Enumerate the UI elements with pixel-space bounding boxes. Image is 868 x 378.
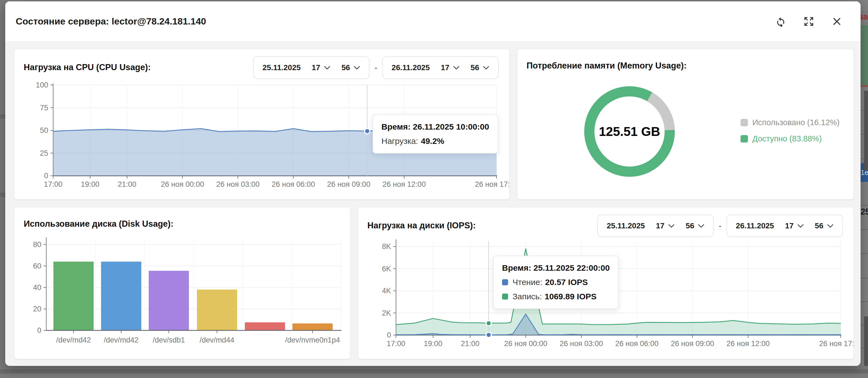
iops-date-to-value[interactable]: 26.11.2025 <box>736 221 774 230</box>
legend-item-used[interactable]: Использовано (16.12%) <box>741 118 840 127</box>
tooltip-read-row: Чтение: 20.57 IOPS <box>502 278 610 287</box>
backdrop-text-fragment: 25 <box>861 207 868 217</box>
bar <box>149 271 189 331</box>
iops-date-from-box: 25.11.2025 17 56 <box>597 215 714 237</box>
iops-minute-from-select[interactable]: 56 <box>686 221 705 230</box>
tooltip-time: Время: 25.11.2025 22:00:00 <box>502 263 610 273</box>
backdrop-text-fragment: за <box>861 11 868 22</box>
crosshair-marker <box>365 129 370 134</box>
modal-header: Состояние сервера: lector@78.24.181.140 <box>5 1 861 41</box>
svg-text:26 ноя 06:00: 26 ноя 06:00 <box>615 340 658 348</box>
cpu-minute-from-select[interactable]: 56 <box>341 63 360 72</box>
legend-swatch-used <box>741 119 748 126</box>
close-button[interactable] <box>831 15 843 28</box>
disk-chart-canvas[interactable]: 020406080/dev/md42/dev/md42/dev/sdb1/dev… <box>14 234 350 356</box>
bar <box>54 262 94 331</box>
svg-text:26 ноя 06:00: 26 ноя 06:00 <box>272 180 315 188</box>
crosshair-marker <box>486 320 491 326</box>
cpu-date-from-value[interactable]: 25.11.2025 <box>262 63 301 72</box>
cpu-usage-card: Нагрузка на CPU (CPU Usage): 25.11.2025 … <box>14 49 509 200</box>
svg-text:26 ноя 12:00: 26 ноя 12:00 <box>382 180 426 188</box>
svg-text:80: 80 <box>33 240 41 249</box>
svg-text:100: 100 <box>36 81 48 89</box>
svg-text:/dev/md44: /dev/md44 <box>200 336 234 344</box>
svg-text:75: 75 <box>40 104 48 112</box>
iops-date-from-value[interactable]: 25.11.2025 <box>607 221 645 230</box>
date-range-separator: - <box>374 63 377 72</box>
svg-text:0: 0 <box>44 172 48 180</box>
tooltip-read-value: 20.57 IOPS <box>545 278 588 287</box>
iops-card: Нагрузка на диски (IOPS): 25.11.2025 17 … <box>358 207 854 359</box>
memory-card-title: Потребление памяти (Memory Usage): <box>527 61 686 71</box>
backdrop-left <box>0 0 5 378</box>
read-series-swatch <box>502 279 508 285</box>
tooltip-read-label: Чтение: <box>513 278 542 287</box>
tooltip-value-label: Нагрузка: <box>381 136 418 146</box>
cpu-minute-to-value: 56 <box>471 63 479 72</box>
backdrop-row-divider <box>0 193 5 197</box>
svg-text:4K: 4K <box>382 287 391 295</box>
svg-text:19:00: 19:00 <box>424 340 442 348</box>
date-range-separator: - <box>719 221 721 231</box>
tooltip-write-value: 1069.89 IOPS <box>545 292 596 301</box>
backdrop-scrollbar <box>864 91 868 171</box>
cpu-hour-to-select[interactable]: 17 <box>441 63 460 72</box>
refresh-button[interactable] <box>775 15 787 28</box>
cpu-date-to-value[interactable]: 26.11.2025 <box>392 63 430 72</box>
legend-label-available: Доступно (83.88%) <box>752 134 822 143</box>
close-icon <box>831 16 842 27</box>
iops-hour-to-select[interactable]: 17 <box>785 221 804 230</box>
svg-text:/dev/md42: /dev/md42 <box>104 336 138 344</box>
svg-text:40: 40 <box>33 283 41 291</box>
svg-text:21:00: 21:00 <box>461 340 479 348</box>
iops-hour-from-value: 17 <box>656 221 664 230</box>
iops-minute-from-value: 56 <box>686 221 694 230</box>
svg-text:26 ноя 09:00: 26 ноя 09:00 <box>327 180 370 188</box>
cpu-date-from-box: 25.11.2025 17 56 <box>253 57 370 79</box>
fullscreen-button[interactable] <box>803 15 815 28</box>
modal-title: Состояние сервера: lector@78.24.181.140 <box>16 1 206 41</box>
server-status-modal: Состояние сервера: lector@78.24.181.140 <box>5 1 861 366</box>
bar <box>292 323 333 331</box>
svg-text:26 ноя 00:00: 26 ноя 00:00 <box>161 180 204 188</box>
svg-text:26 ноя 17:00: 26 ноя 17:00 <box>475 180 509 188</box>
iops-date-range-picker: 25.11.2025 17 56 - 26.11.2025 17 56 <box>597 215 843 237</box>
cpu-date-range-picker: 25.11.2025 17 56 - 26.11.2025 17 56 <box>253 57 499 79</box>
memory-total-label: 125.51 GB <box>572 74 687 189</box>
refresh-icon <box>775 16 786 27</box>
svg-text:2K: 2K <box>382 309 391 317</box>
chevron-down-icon <box>483 66 489 70</box>
svg-text:17:00: 17:00 <box>386 340 405 348</box>
svg-text:0: 0 <box>37 326 41 335</box>
backdrop-right: за 1е 25 <box>861 0 868 378</box>
svg-text:/dev/md42: /dev/md42 <box>56 336 91 344</box>
svg-text:17:00: 17:00 <box>44 180 63 188</box>
svg-text:60: 60 <box>33 262 41 270</box>
iops-hour-from-select[interactable]: 17 <box>656 221 675 230</box>
legend-item-available[interactable]: Доступно (83.88%) <box>741 134 840 143</box>
chevron-down-icon <box>827 224 834 228</box>
svg-text:21:00: 21:00 <box>118 180 136 188</box>
svg-text:50: 50 <box>40 126 48 135</box>
cpu-minute-to-select[interactable]: 56 <box>471 63 489 72</box>
legend-swatch-available <box>741 135 748 142</box>
svg-text:25: 25 <box>40 149 48 158</box>
chevron-down-icon <box>453 66 460 70</box>
modal-header-actions <box>775 1 861 41</box>
cpu-minute-from-value: 56 <box>341 63 350 72</box>
iops-minute-to-select[interactable]: 56 <box>815 221 834 230</box>
memory-legend: Использовано (16.12%) Доступно (83.88%) <box>741 118 840 143</box>
svg-text:19:00: 19:00 <box>81 180 99 188</box>
svg-text:26 ноя 12:00: 26 ноя 12:00 <box>726 340 770 348</box>
iops-minute-to-value: 56 <box>815 221 824 230</box>
backdrop-row-divider <box>0 114 5 118</box>
disk-usage-card: Использование диска (Disk Usage): 020406… <box>14 207 350 359</box>
svg-text:8K: 8K <box>382 242 391 251</box>
cpu-hour-from-select[interactable]: 17 <box>312 63 331 72</box>
disk-card-title: Использование диска (Disk Usage): <box>24 219 174 229</box>
svg-text:26 ноя 03:00: 26 ноя 03:00 <box>560 340 603 348</box>
crosshair-marker <box>486 332 491 338</box>
bar <box>101 262 141 331</box>
tooltip-write-row: Запись: 1069.89 IOPS <box>502 292 610 301</box>
bar <box>197 290 237 331</box>
